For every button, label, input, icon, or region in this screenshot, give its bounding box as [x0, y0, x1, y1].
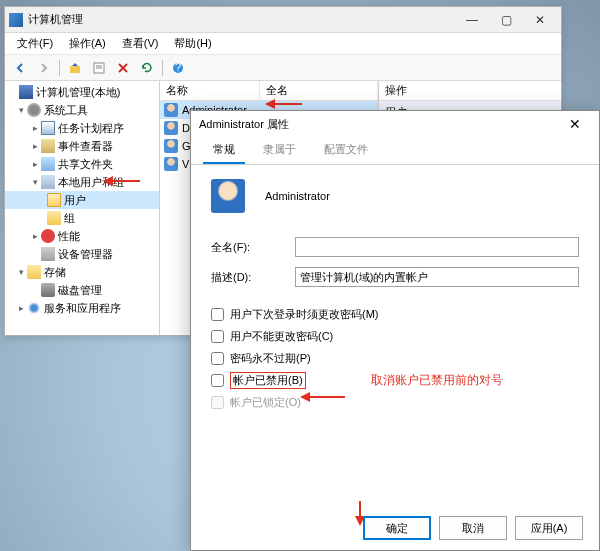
close-button[interactable]: ✕	[523, 10, 557, 30]
fullname-label: 全名(F):	[211, 240, 295, 255]
user-icon	[164, 103, 178, 117]
dialog-tabs: 常规 隶属于 配置文件	[191, 137, 599, 165]
dialog-titlebar: Administrator 属性 ✕	[191, 111, 599, 137]
user-icon	[164, 157, 178, 171]
tree-disk-management[interactable]: 磁盘管理	[5, 281, 159, 299]
maximize-button[interactable]: ▢	[489, 10, 523, 30]
tree-root[interactable]: 计算机管理(本地)	[5, 83, 159, 101]
user-name-label: Administrator	[265, 190, 330, 202]
user-icon	[164, 139, 178, 153]
check-password-never-expires[interactable]: 密码永不过期(P)	[211, 347, 579, 369]
tab-member-of[interactable]: 隶属于	[253, 137, 306, 164]
tab-profile[interactable]: 配置文件	[314, 137, 378, 164]
col-name[interactable]: 名称	[160, 81, 260, 100]
administrator-properties-dialog: Administrator 属性 ✕ 常规 隶属于 配置文件 Administr…	[190, 110, 600, 551]
menu-help[interactable]: 帮助(H)	[166, 33, 219, 54]
menu-file[interactable]: 文件(F)	[9, 33, 61, 54]
menu-view[interactable]: 查看(V)	[114, 33, 167, 54]
titlebar: 计算机管理 — ▢ ✕	[5, 7, 561, 33]
checkbox[interactable]	[211, 330, 224, 343]
check-cannot-change-password[interactable]: 用户不能更改密码(C)	[211, 325, 579, 347]
up-icon[interactable]	[64, 57, 86, 79]
svg-text:?: ?	[175, 61, 181, 73]
delete-icon[interactable]	[112, 57, 134, 79]
description-label: 描述(D):	[211, 270, 295, 285]
ok-button[interactable]: 确定	[363, 516, 431, 540]
toolbar: ?	[5, 55, 561, 81]
user-avatar-icon	[211, 179, 245, 213]
tree-panel[interactable]: 计算机管理(本地) ▾系统工具 ▸任务计划程序 ▸事件查看器 ▸共享文件夹 ▾本…	[5, 81, 160, 335]
tree-task-scheduler[interactable]: ▸任务计划程序	[5, 119, 159, 137]
window-title: 计算机管理	[28, 12, 455, 27]
minimize-button[interactable]: —	[455, 10, 489, 30]
annotation-text: 取消账户已禁用前的对号	[371, 372, 503, 389]
tree-storage[interactable]: ▾存储	[5, 263, 159, 281]
checkbox	[211, 396, 224, 409]
apply-button[interactable]: 应用(A)	[515, 516, 583, 540]
cancel-button[interactable]: 取消	[439, 516, 507, 540]
tab-general[interactable]: 常规	[203, 137, 245, 164]
check-change-password-next-logon[interactable]: 用户下次登录时须更改密码(M)	[211, 303, 579, 325]
tree-shared-folders[interactable]: ▸共享文件夹	[5, 155, 159, 173]
col-fullname[interactable]: 全名	[260, 81, 378, 100]
tree-device-manager[interactable]: 设备管理器	[5, 245, 159, 263]
refresh-icon[interactable]	[136, 57, 158, 79]
dialog-close-button[interactable]: ✕	[559, 113, 591, 135]
back-button[interactable]	[9, 57, 31, 79]
tree-performance[interactable]: ▸性能	[5, 227, 159, 245]
check-account-locked[interactable]: 帐户已锁定(O)	[211, 391, 579, 413]
checkbox[interactable]	[211, 374, 224, 387]
checkbox[interactable]	[211, 308, 224, 321]
tree-services-apps[interactable]: ▸服务和应用程序	[5, 299, 159, 317]
tree-groups[interactable]: 组	[5, 209, 159, 227]
user-icon	[164, 121, 178, 135]
app-icon	[9, 13, 23, 27]
checkbox[interactable]	[211, 352, 224, 365]
fullname-input[interactable]	[295, 237, 579, 257]
forward-button[interactable]	[33, 57, 55, 79]
tree-event-viewer[interactable]: ▸事件查看器	[5, 137, 159, 155]
properties-icon[interactable]	[88, 57, 110, 79]
description-input[interactable]	[295, 267, 579, 287]
svg-rect-0	[70, 66, 80, 73]
help-icon[interactable]: ?	[167, 57, 189, 79]
actions-header: 操作	[385, 83, 407, 98]
tree-users[interactable]: 用户	[5, 191, 159, 209]
check-account-disabled[interactable]: 帐户已禁用(B) 取消账户已禁用前的对号	[211, 369, 579, 391]
tree-system-tools[interactable]: ▾系统工具	[5, 101, 159, 119]
menu-action[interactable]: 操作(A)	[61, 33, 114, 54]
tree-local-users-groups[interactable]: ▾本地用户和组	[5, 173, 159, 191]
menubar: 文件(F) 操作(A) 查看(V) 帮助(H)	[5, 33, 561, 55]
dialog-title: Administrator 属性	[199, 117, 559, 132]
